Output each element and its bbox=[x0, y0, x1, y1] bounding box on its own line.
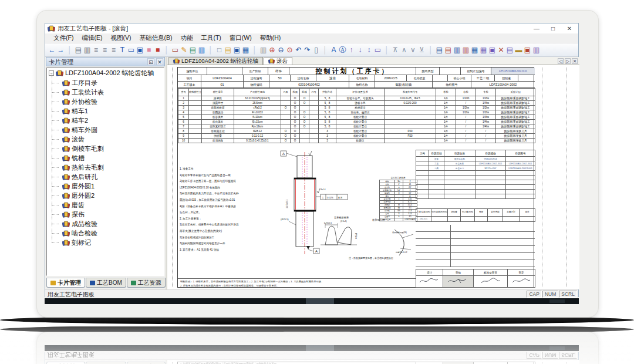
tree-item[interactable]: 热后研孔 bbox=[47, 172, 164, 181]
toolbar-button-icon[interactable]: ▤ bbox=[224, 45, 232, 56]
toolbar-button-icon[interactable]: ▯ bbox=[312, 45, 321, 56]
tree-item[interactable]: 啮合检验 bbox=[47, 228, 164, 238]
toolbar-button-icon[interactable]: ▣ bbox=[136, 45, 144, 56]
tree-item[interactable]: 铣槽 bbox=[47, 153, 164, 163]
toolbar-button-icon[interactable]: ≡ bbox=[100, 45, 109, 56]
toolbar-button-icon[interactable]: │ bbox=[382, 45, 391, 56]
menu-item[interactable]: 工具(T) bbox=[197, 34, 224, 42]
tree-item[interactable]: 热前去毛刺 bbox=[47, 163, 164, 172]
toolbar-button-icon[interactable]: ▥ bbox=[259, 45, 268, 56]
panel-tab[interactable]: 工艺BOM bbox=[86, 278, 126, 288]
tree-item-label: 精车外圆 bbox=[72, 126, 97, 134]
toolbar-button-icon[interactable]: ▣ bbox=[232, 45, 241, 56]
toolbar-button-icon[interactable]: ▦ bbox=[241, 45, 250, 56]
toolbar-button-icon[interactable]: T bbox=[118, 45, 127, 56]
toolbar-button-icon[interactable]: │ bbox=[426, 45, 435, 56]
tree-root[interactable]: − LDFZ100A04-2002 蜗轮齿轮轴 bbox=[47, 68, 164, 78]
toolbar-button-icon[interactable]: ↓ bbox=[356, 45, 365, 56]
tree-item[interactable]: 刻标记 bbox=[47, 238, 164, 247]
toolbar-button-icon[interactable]: ▬ bbox=[514, 45, 523, 56]
tree-item[interactable]: 精车2 bbox=[47, 116, 164, 125]
document-tab[interactable]: 滚齿 bbox=[264, 57, 292, 65]
toolbar-button-icon[interactable]: ▤ bbox=[188, 45, 197, 56]
document-tab[interactable]: LDFZ100A04-2002 蜗轮齿轮轴 bbox=[168, 57, 263, 65]
toolbar-button-icon[interactable]: ← bbox=[48, 45, 56, 56]
toolbar-button-icon[interactable]: ▭ bbox=[171, 45, 180, 56]
tab-scroll-left-icon[interactable]: ◁ bbox=[558, 58, 564, 64]
tab-scroll-right-icon[interactable]: ▷ bbox=[565, 58, 571, 64]
tree-item[interactable]: 磨齿 bbox=[47, 200, 164, 210]
toolbar-button-icon[interactable]: ▥ bbox=[461, 45, 470, 56]
toolbar-button-icon[interactable]: │ bbox=[250, 45, 259, 56]
toolbar-button-icon[interactable]: ▥ bbox=[453, 45, 461, 56]
tree-item[interactable]: 工装统计表 bbox=[47, 87, 164, 97]
toolbar-button-icon[interactable]: ↷ bbox=[303, 45, 312, 56]
tree-item[interactable]: 滚齿 bbox=[47, 134, 164, 144]
drawing-canvas[interactable]: 编制单位 生产阶段 样件 控制计划（工序卡） 图纸类型 控制计划编号 ZJH.L… bbox=[167, 65, 579, 289]
toolbar-button-icon[interactable]: ▥ bbox=[532, 45, 541, 56]
toolbar-button-icon[interactable]: ↑ bbox=[347, 45, 356, 56]
tab-close-icon[interactable]: ✕ bbox=[572, 58, 578, 64]
menu-item[interactable]: 功能 bbox=[177, 34, 196, 42]
panel-tab[interactable]: 卡片管理 bbox=[46, 278, 85, 288]
toolbar-button-icon[interactable]: ⊼ bbox=[391, 45, 400, 56]
toolbar-button-icon[interactable]: ▦ bbox=[470, 45, 479, 56]
pin-icon[interactable]: ⊡ bbox=[147, 58, 154, 65]
header-label: 物料图号 bbox=[433, 82, 471, 88]
menu-item[interactable]: 编辑(E) bbox=[78, 34, 106, 42]
toolbar-button-icon[interactable]: ≡ bbox=[92, 45, 100, 56]
toolbar-button-icon[interactable]: ↶ bbox=[294, 45, 303, 56]
toolbar-button-icon[interactable]: ▣ bbox=[488, 45, 497, 56]
minimize-button[interactable]: — bbox=[532, 25, 541, 32]
toolbar-button-icon[interactable]: │ bbox=[162, 45, 171, 56]
toolbar-button-icon[interactable]: ▦ bbox=[479, 45, 488, 56]
toolbar-button-icon[interactable]: ⊕ bbox=[268, 45, 276, 56]
tree-item[interactable]: 工序目录 bbox=[47, 78, 164, 87]
toolbar-button-icon[interactable]: ✎ bbox=[180, 45, 188, 56]
menu-item[interactable]: 帮助(H) bbox=[257, 34, 285, 42]
tree-item[interactable]: 成品检验 bbox=[47, 219, 164, 228]
menu-item[interactable]: 视图(V) bbox=[107, 34, 134, 42]
toolbar-button-icon[interactable]: ▥ bbox=[83, 45, 92, 56]
toolbar-button-icon[interactable]: ▤ bbox=[74, 45, 83, 56]
panel-close-icon[interactable]: ✕ bbox=[156, 58, 163, 65]
toolbar-button-icon[interactable]: ≡ bbox=[109, 45, 118, 56]
tree-item[interactable]: 探伤 bbox=[47, 210, 164, 219]
menu-item[interactable]: 基础信息(B) bbox=[136, 34, 176, 42]
toolbar-button-icon[interactable]: │ bbox=[321, 45, 329, 56]
toolbar-button-icon[interactable]: ▤ bbox=[435, 45, 444, 56]
toolbar-button-icon[interactable]: A bbox=[329, 45, 338, 56]
toolbar-button-icon[interactable]: ■ bbox=[144, 45, 153, 56]
toolbar-button-icon[interactable]: ▣ bbox=[523, 45, 532, 56]
toolbar-button-icon[interactable]: ▥ bbox=[197, 45, 206, 56]
toolbar-button-icon[interactable]: │ bbox=[206, 45, 215, 56]
toolbar-button-icon[interactable]: ✕ bbox=[497, 45, 505, 56]
menu-item[interactable]: 窗口(W) bbox=[226, 34, 255, 42]
toolbar-button-icon[interactable]: ⊻ bbox=[417, 45, 426, 56]
tree-item[interactable]: 精车1 bbox=[47, 106, 164, 116]
tree-item[interactable]: 倒棱车毛刺 bbox=[47, 144, 164, 153]
toolbar-button-icon[interactable]: → bbox=[56, 45, 65, 56]
toolbar-button-icon[interactable]: ↕ bbox=[365, 45, 373, 56]
tree-item[interactable]: 外协检验 bbox=[47, 97, 164, 106]
toolbar-button-icon[interactable]: ▭ bbox=[127, 45, 136, 56]
toolbar-button-icon[interactable]: □ bbox=[215, 45, 224, 56]
restore-button[interactable]: □ bbox=[549, 25, 557, 32]
toolbar-button-icon[interactable]: ■ bbox=[153, 45, 162, 56]
shaft-mid-section bbox=[294, 178, 316, 211]
toolbar-button-icon[interactable]: ∧ bbox=[400, 45, 409, 56]
toolbar-button-icon[interactable]: ⊖ bbox=[276, 45, 285, 56]
menu-item[interactable]: 文件(F) bbox=[50, 34, 77, 42]
toolbar-button-icon[interactable]: ⊙ bbox=[285, 45, 294, 56]
tree-item[interactable]: 磨外圆2 bbox=[47, 191, 164, 200]
toolbar-button-icon[interactable]: ▤ bbox=[505, 45, 514, 56]
toolbar-button-icon[interactable]: ▤ bbox=[444, 45, 453, 56]
toolbar-button-icon[interactable]: Ⓐ bbox=[338, 45, 347, 56]
close-button[interactable]: ✕ bbox=[565, 25, 574, 32]
toolbar-button-icon[interactable]: ▭ bbox=[373, 45, 382, 56]
toolbar-button-icon[interactable]: ∨ bbox=[409, 45, 417, 56]
tree-item[interactable]: 精车外圆 bbox=[47, 125, 164, 134]
toolbar-button-icon[interactable]: │ bbox=[65, 45, 74, 56]
panel-tab[interactable]: 工艺资源 bbox=[127, 278, 166, 288]
tree-item[interactable]: 磨外圆1 bbox=[47, 181, 164, 191]
